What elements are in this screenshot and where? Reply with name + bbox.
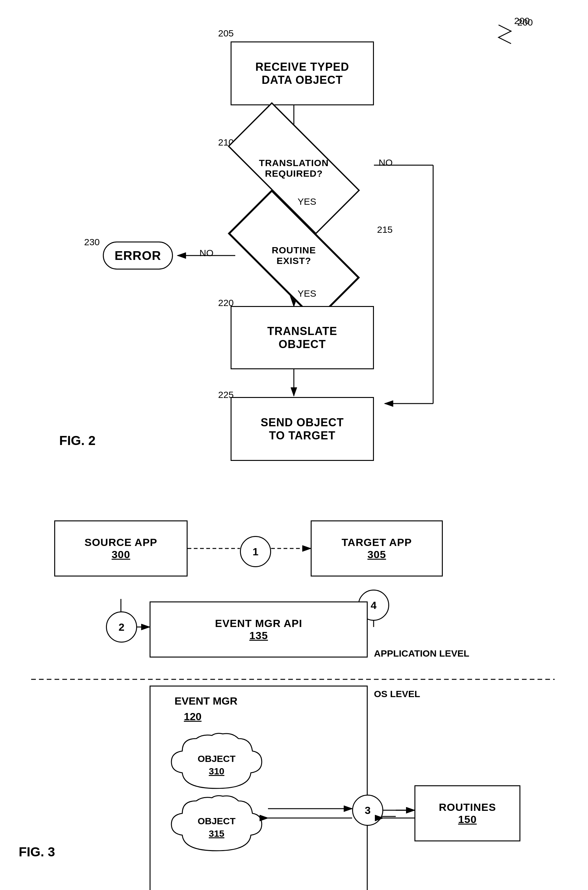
target-app-text: TARGET APP305 [342, 536, 412, 561]
node3-text: 3 [365, 804, 371, 816]
no1-label: NO [379, 158, 393, 168]
event-mgr-api-box: EVENT MGR API135 [150, 602, 368, 657]
box220-text: TRANSLATEOBJECT [267, 325, 337, 351]
svg-text:OBJECT: OBJECT [198, 816, 236, 826]
fig2-title: FIG. 2 [59, 433, 96, 448]
object315-cloud: OBJECT 315 [165, 795, 268, 857]
node3-circle: 3 [352, 795, 383, 826]
node4-text: 4 [371, 599, 377, 611]
app-level-label: APPLICATION LEVEL [374, 648, 469, 659]
svg-text:310: 310 [209, 766, 224, 776]
svg-text:OBJECT: OBJECT [198, 753, 236, 764]
event-mgr-label: EVENT MGR [174, 695, 237, 707]
source-app-box: SOURCE APP300 [54, 521, 188, 576]
box-error: ERROR [103, 242, 173, 270]
event-mgr-api-text: EVENT MGR API135 [215, 617, 302, 642]
box-205: RECEIVE TYPEDDATA OBJECT [231, 42, 374, 105]
ref205-label: 205 [218, 28, 234, 39]
ref215-label: 215 [377, 224, 393, 235]
node2-text: 2 [119, 621, 124, 633]
object310-cloud: OBJECT 310 [165, 732, 268, 795]
diamond-215: ROUTINEEXIST? [231, 224, 356, 287]
fig3-title: FIG. 3 [19, 845, 55, 860]
yes1-label: YES [298, 196, 316, 207]
os-level-label: OS LEVEL [374, 689, 420, 699]
box-225: SEND OBJECTTO TARGET [231, 397, 374, 461]
target-app-box: TARGET APP305 [310, 521, 443, 576]
no2-label: NO [200, 248, 213, 258]
routines-box: ROUTINES150 [414, 785, 520, 841]
box225-text: SEND OBJECTTO TARGET [261, 416, 344, 442]
node2-circle: 2 [106, 611, 137, 642]
diamond-210: TRANSLATIONREQUIRED? [231, 137, 356, 200]
node1-circle: 1 [240, 536, 271, 567]
node1-text: 1 [253, 546, 259, 558]
ref200: 200 [514, 16, 530, 26]
routines-text: ROUTINES150 [439, 801, 496, 825]
yes2-label: YES [298, 288, 316, 299]
error-text: ERROR [115, 249, 161, 263]
svg-text:315: 315 [209, 828, 224, 839]
box-220: TRANSLATEOBJECT [231, 306, 374, 369]
source-app-text: SOURCE APP300 [84, 536, 158, 561]
fig3-diagram: SOURCE APP300 TARGET APP305 1 2 4 EVENT … [0, 505, 588, 890]
fig2-diagram: 200 200 205 RECEIVE TYPEDDATA OBJECT 210… [0, 0, 588, 483]
ref230-label: 230 [84, 237, 100, 248]
box205-text: RECEIVE TYPEDDATA OBJECT [255, 60, 349, 87]
event-mgr-ref: 120 [184, 710, 202, 723]
